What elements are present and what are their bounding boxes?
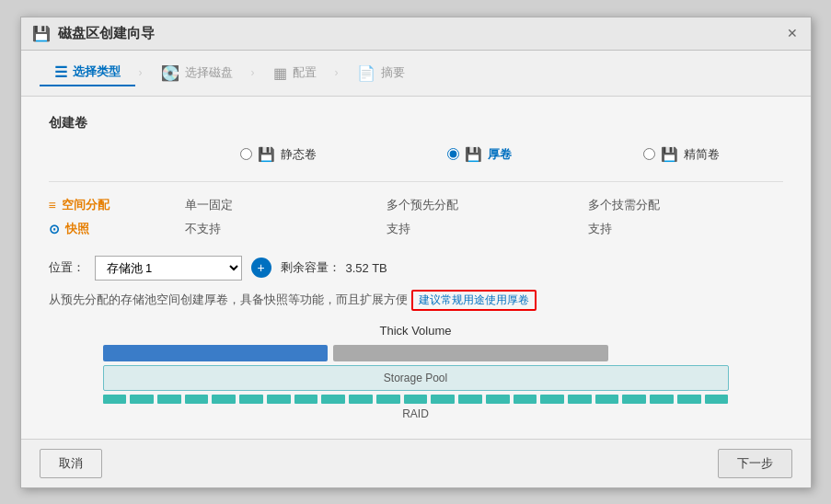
thick-label: 厚卷 xyxy=(488,146,512,163)
close-button[interactable]: ✕ xyxy=(785,26,800,40)
raid-bar-22 xyxy=(677,395,701,404)
capacity-value: 3.52 TB xyxy=(346,261,387,275)
raid-bar-9 xyxy=(321,395,345,404)
static-label: 静态卷 xyxy=(281,146,317,163)
raid-bar-5 xyxy=(212,395,236,404)
raid-bar-19 xyxy=(595,395,619,404)
wizard-steps: ☰ 选择类型 › 💽 选择磁盘 › ▦ 配置 › 📄 摘要 xyxy=(21,51,811,97)
title-bar-left: 💾 磁盘区创建向导 xyxy=(32,25,155,42)
plus-icon: + xyxy=(257,260,264,275)
add-pool-button[interactable]: + xyxy=(251,258,271,278)
raid-bar-11 xyxy=(376,395,400,404)
title-bar: 💾 磁盘区创建向导 ✕ xyxy=(21,17,811,51)
volume-option-thin[interactable]: 💾 精简卷 xyxy=(581,146,782,163)
raid-label: RAID xyxy=(402,407,429,420)
raid-bar-15 xyxy=(486,395,510,404)
raid-bar-23 xyxy=(705,395,729,404)
step-label-2: 选择磁盘 xyxy=(185,64,233,81)
raid-bar-14 xyxy=(458,395,482,404)
step-div-3: › xyxy=(331,66,342,79)
step-div-1: › xyxy=(135,66,146,79)
section-title: 创建卷 xyxy=(49,115,783,132)
raid-bar-20 xyxy=(622,395,646,404)
radio-thin[interactable] xyxy=(643,148,655,160)
dialog: 💾 磁盘区创建向导 ✕ ☰ 选择类型 › 💽 选择磁盘 › ▦ 配置 › 📄 摘… xyxy=(20,17,812,488)
raid-bar-7 xyxy=(267,395,291,404)
step-icon-1: ☰ xyxy=(54,63,67,81)
radio-thick[interactable] xyxy=(447,148,459,160)
disk-icon: 💾 xyxy=(32,25,51,42)
radio-static[interactable] xyxy=(240,148,252,160)
raid-bar-3 xyxy=(157,395,181,404)
snapshot-header: ⊙ 快照 xyxy=(49,217,178,241)
snapshot-static-val: 不支持 xyxy=(178,217,379,241)
raid-bar-1 xyxy=(103,395,127,404)
content: 创建卷 💾 静态卷 💾 厚卷 xyxy=(21,97,811,439)
description-row: 从预先分配的存储池空间创建厚卷，具备快照等功能，而且扩展方便 建议常规用途使用厚… xyxy=(49,290,783,311)
step-icon-4: 📄 xyxy=(357,64,375,82)
raid-bar-6 xyxy=(239,395,263,404)
diagram-footer: RAID xyxy=(103,407,729,420)
space-static-val: 单一固定 xyxy=(178,193,379,217)
volume-option-static[interactable]: 💾 静态卷 xyxy=(178,146,379,163)
raid-bar-10 xyxy=(349,395,373,404)
thin-vol-icon: 💾 xyxy=(661,146,678,163)
capacity-info: 剩余容量： 3.52 TB xyxy=(281,259,387,276)
blue-bar xyxy=(103,345,329,361)
raid-bar-4 xyxy=(185,395,209,404)
step-label-3: 配置 xyxy=(293,64,317,81)
space-thick-val: 多个预先分配 xyxy=(379,193,581,217)
raid-bar-18 xyxy=(568,395,592,404)
snapshot-icon: ⊙ xyxy=(49,222,60,236)
space-label: 空间分配 xyxy=(62,197,110,213)
recommendation-badge: 建议常规用途使用厚卷 xyxy=(411,290,537,311)
thin-header: 💾 精简卷 xyxy=(643,146,720,163)
raid-bars-row xyxy=(103,395,729,404)
snapshot-thick-val: 支持 xyxy=(379,217,581,241)
diagram-container: Storage Pool xyxy=(103,345,729,420)
diagram-title: Thick Volume xyxy=(379,324,451,338)
properties-grid: ≡ 空间分配 单一固定 多个预先分配 多个技需分配 ⊙ 快照 不支持 支持 支持 xyxy=(49,181,783,241)
footer: 取消 下一步 xyxy=(21,439,811,487)
snapshot-thin-val: 支持 xyxy=(581,217,782,241)
cancel-button[interactable]: 取消 xyxy=(40,449,102,478)
location-label: 位置： xyxy=(49,259,86,276)
thin-label: 精简卷 xyxy=(684,146,720,163)
next-button[interactable]: 下一步 xyxy=(718,449,792,478)
location-select[interactable]: 存储池 1 xyxy=(95,256,242,281)
space-thin-val: 多个技需分配 xyxy=(581,193,782,217)
thick-vol-icon: 💾 xyxy=(465,146,482,163)
diagram-section: Thick Volume Storage Pool xyxy=(49,324,783,420)
step-select-type[interactable]: ☰ 选择类型 xyxy=(40,60,135,86)
top-bars xyxy=(103,345,729,361)
raid-bar-8 xyxy=(294,395,318,404)
raid-bar-21 xyxy=(650,395,674,404)
pool-label: Storage Pool xyxy=(384,372,447,384)
space-icon: ≡ xyxy=(49,198,56,212)
storage-pool-bar: Storage Pool xyxy=(103,365,729,391)
thick-header: 💾 厚卷 xyxy=(447,146,512,163)
step-config[interactable]: ▦ 配置 xyxy=(259,61,331,86)
raid-bar-13 xyxy=(431,395,455,404)
capacity-label: 剩余容量： xyxy=(281,259,340,276)
static-header: 💾 静态卷 xyxy=(240,146,317,163)
volume-options: 💾 静态卷 💾 厚卷 💾 精简卷 xyxy=(49,146,783,163)
gray-bar xyxy=(333,345,608,361)
step-div-2: › xyxy=(248,66,259,79)
step-label-1: 选择类型 xyxy=(73,63,121,80)
raid-bar-17 xyxy=(540,395,564,404)
description-text: 从预先分配的存储池空间创建厚卷，具备快照等功能，而且扩展方便 xyxy=(49,292,408,308)
raid-bar-12 xyxy=(404,395,428,404)
volume-option-thick[interactable]: 💾 厚卷 xyxy=(379,146,581,163)
step-label-4: 摘要 xyxy=(381,64,405,81)
step-icon-3: ▦ xyxy=(273,64,287,82)
raid-bar-2 xyxy=(130,395,154,404)
step-icon-2: 💽 xyxy=(161,64,179,82)
dialog-title: 磁盘区创建向导 xyxy=(58,25,155,42)
static-vol-icon: 💾 xyxy=(258,146,275,163)
step-select-disk[interactable]: 💽 选择磁盘 xyxy=(146,61,248,86)
step-summary[interactable]: 📄 摘要 xyxy=(342,61,420,86)
raid-bar-16 xyxy=(514,395,537,404)
space-header: ≡ 空间分配 xyxy=(49,193,178,217)
location-row: 位置： 存储池 1 + 剩余容量： 3.52 TB xyxy=(49,256,783,281)
